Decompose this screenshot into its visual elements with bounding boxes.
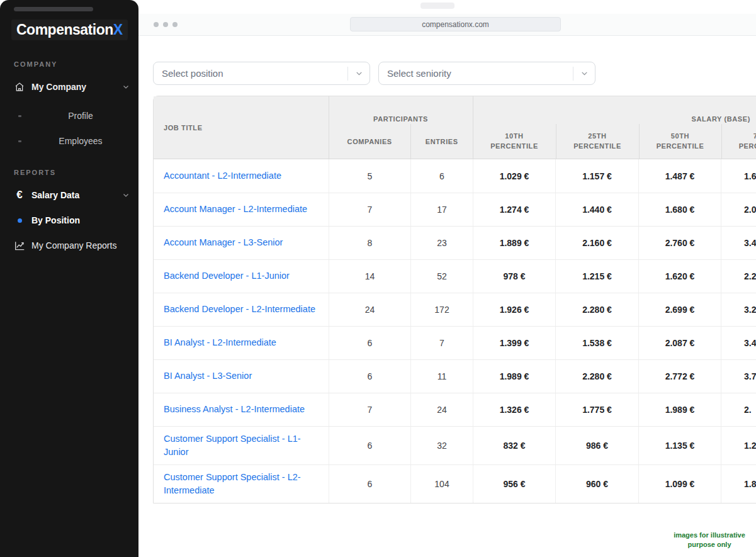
job-title-link[interactable]: BI Analyst - L2-Intermediate: [164, 336, 276, 349]
p25-cell: 1.440 €: [555, 193, 638, 226]
section-label-company: COMPANY: [0, 60, 138, 68]
group-header-participants: PARTICIPANTS: [329, 96, 473, 124]
companies-cell: 14: [329, 260, 410, 293]
window-handle-pill: [14, 7, 93, 11]
p50-cell: 1.135 €: [638, 427, 721, 464]
window-controls: [154, 22, 178, 27]
p75-cell: 1.2: [721, 427, 756, 464]
p75-cell: 1.6: [721, 159, 756, 193]
window-control-dot[interactable]: [163, 22, 168, 27]
group-header-salary-base: SALARY (BASE): [473, 96, 756, 124]
sidebar-nav: COMPANY My Company Profile Employees REP…: [0, 60, 138, 256]
seniority-select-placeholder: Select seniority: [379, 68, 573, 79]
job-title-link[interactable]: Account Manager - L3-Senior: [164, 236, 283, 249]
table-body: Accountant - L2-Intermediate 5 6 1.029 €…: [154, 159, 756, 503]
p50-cell: 2.772 €: [638, 360, 721, 393]
column-header-companies: COMPANIES: [329, 124, 410, 159]
sidebar-item-profile[interactable]: Profile: [0, 106, 138, 126]
entries-cell: 32: [410, 427, 473, 464]
window-control-dot[interactable]: [172, 22, 178, 27]
table-row: Account Manager - L3-Senior 8 23 1.889 €…: [154, 226, 756, 259]
chevron-down-icon: [573, 69, 595, 77]
p75-cell: 3.4: [721, 327, 756, 359]
p10-cell: 1.989 €: [473, 360, 555, 393]
companies-cell: 6: [329, 427, 410, 464]
illustrative-footnote: images for illustrative purpose only: [668, 531, 751, 549]
job-title-link[interactable]: Accountant - L2-Intermediate: [164, 169, 281, 183]
table-row: Backend Developer - L1-Junior 14 52 978 …: [154, 259, 756, 293]
p25-cell: 2.280 €: [555, 293, 638, 326]
p75-cell: 2.: [721, 393, 756, 426]
table-row: BI Analyst - L3-Senior 6 11 1.989 € 2.28…: [154, 359, 756, 393]
logo-text: Compensation: [16, 21, 113, 38]
job-title-link[interactable]: Backend Developer - L2-Intermediate: [164, 303, 315, 316]
job-title-link[interactable]: Account Manager - L2-Intermediate: [164, 203, 307, 216]
p75-cell: 2.2: [721, 260, 756, 293]
p50-cell: 2.087 €: [638, 327, 721, 359]
browser-tab-pill[interactable]: [420, 3, 454, 9]
p50-cell: 1.487 €: [638, 159, 721, 193]
companies-cell: 8: [329, 227, 410, 259]
address-bar[interactable]: compensationx.com: [350, 17, 561, 31]
column-header-50th-percentile: 50TH PERCENTILE: [639, 124, 721, 159]
p10-cell: 1.926 €: [473, 293, 555, 326]
table-row: Customer Support Specialist - L2-Interme…: [154, 464, 756, 503]
table-row: Backend Developer - L2-Intermediate 24 1…: [154, 293, 756, 326]
p25-cell: 1.215 €: [555, 260, 638, 293]
bullet-dash-icon: [14, 115, 25, 117]
window-control-dot[interactable]: [154, 22, 159, 27]
active-dot-icon: [14, 218, 25, 223]
salary-table-viewport: JOB TITLE PARTICIPANTS COMPANIES ENTRIES…: [153, 96, 756, 504]
entries-cell: 104: [410, 465, 473, 503]
p10-cell: 1.326 €: [473, 393, 555, 426]
p50-cell: 1.099 €: [638, 465, 721, 503]
table-row: Customer Support Specialist - L1-Junior …: [154, 426, 756, 464]
sidebar-item-employees[interactable]: Employees: [0, 131, 138, 151]
job-title-link[interactable]: Customer Support Specialist - L2-Interme…: [164, 471, 319, 497]
companies-cell: 7: [329, 193, 410, 226]
job-title-link[interactable]: Backend Developer - L1-Junior: [164, 269, 290, 283]
companies-cell: 6: [329, 327, 410, 359]
p25-cell: 1.775 €: [555, 393, 638, 426]
url-text: compensationx.com: [422, 20, 489, 29]
p50-cell: 1.680 €: [638, 193, 721, 226]
p10-cell: 1.029 €: [473, 159, 555, 193]
filter-bar: Select position Select seniority: [153, 62, 595, 85]
sidebar-item-label: Profile: [31, 111, 130, 121]
job-title-link[interactable]: Business Analyst - L2-Intermediate: [164, 403, 305, 416]
job-title-link[interactable]: Customer Support Specialist - L1-Junior: [164, 432, 319, 459]
footnote-line2: purpose only: [668, 540, 751, 549]
p10-cell: 978 €: [473, 260, 555, 293]
sidebar-item-label: Salary Data: [31, 190, 122, 200]
entries-cell: 11: [410, 360, 473, 393]
sidebar-item-my-company[interactable]: My Company: [0, 77, 138, 97]
position-select[interactable]: Select position: [153, 62, 370, 85]
page-content: Select position Select seniority JOB TIT…: [138, 36, 756, 557]
bullet-dash-icon: [14, 140, 25, 142]
p50-cell: 2.760 €: [638, 227, 721, 259]
sidebar-item-salary-data[interactable]: € Salary Data: [0, 185, 138, 205]
companies-cell: 24: [329, 293, 410, 326]
p75-cell: 1.8: [721, 465, 756, 503]
seniority-select[interactable]: Select seniority: [378, 62, 595, 85]
entries-cell: 52: [410, 260, 473, 293]
table-row: BI Analyst - L2-Intermediate 6 7 1.399 €…: [154, 326, 756, 359]
entries-cell: 7: [410, 327, 473, 359]
column-header-job-title: JOB TITLE: [154, 96, 329, 159]
job-title-link[interactable]: BI Analyst - L3-Senior: [164, 369, 252, 383]
companies-cell: 7: [329, 393, 410, 426]
main-area: compensationx.com Select position Select…: [138, 0, 756, 557]
group-salary-base: SALARY (BASE) 10TH PERCENTILE 25TH PERCE…: [473, 96, 756, 159]
p25-cell: 2.160 €: [555, 227, 638, 259]
entries-cell: 172: [410, 293, 473, 326]
p75-cell: 3.2: [721, 293, 756, 326]
app-logo[interactable]: CompensationX: [11, 20, 128, 40]
group-participants: PARTICIPANTS COMPANIES ENTRIES: [329, 96, 473, 159]
sidebar-item-by-position[interactable]: By Position: [0, 210, 138, 230]
chevron-down-icon: [348, 69, 370, 77]
sidebar-item-my-company-reports[interactable]: My Company Reports: [0, 235, 138, 256]
table-row: Business Analyst - L2-Intermediate 7 24 …: [154, 393, 756, 426]
table-header: JOB TITLE PARTICIPANTS COMPANIES ENTRIES…: [154, 96, 756, 159]
sidebar: CompensationX COMPANY My Company Profile…: [0, 0, 138, 557]
sidebar-item-label: By Position: [31, 215, 130, 225]
